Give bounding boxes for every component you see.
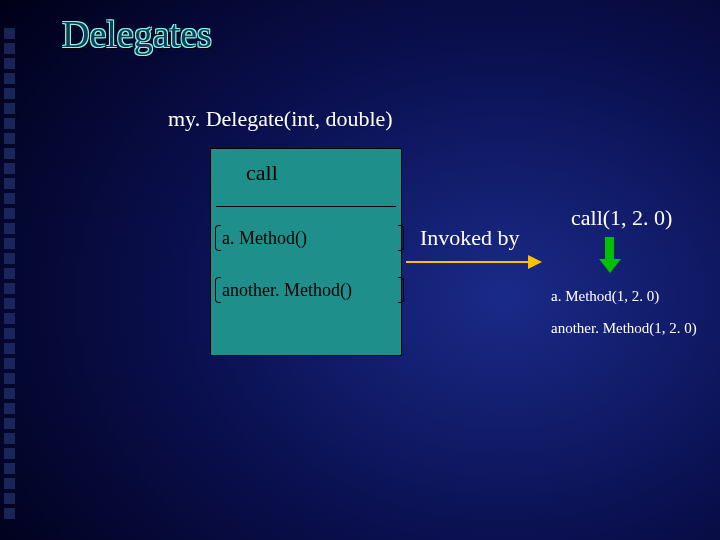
down-arrow-head-icon (599, 259, 621, 273)
box-divider (216, 206, 396, 207)
invoked-by-label: Invoked by (420, 225, 520, 251)
decorative-squares-strip (0, 0, 20, 540)
invocation-result-1: a. Method(1, 2. 0) (551, 288, 659, 305)
method-2-label: another. Method() (222, 280, 352, 301)
call-label: call (246, 160, 278, 186)
slide-title: Delegates (62, 12, 212, 56)
down-arrow-stem (605, 237, 614, 261)
invocation-arrow-line (406, 261, 530, 263)
method-1-brace-left (215, 225, 221, 251)
method-2-brace-left (215, 277, 221, 303)
invocation-result-2: another. Method(1, 2. 0) (551, 320, 697, 337)
method-1-label: a. Method() (222, 228, 307, 249)
call-invocation-label: call(1, 2. 0) (571, 205, 672, 231)
invocation-arrow-head-icon (528, 255, 542, 269)
method-2-brace-right (398, 277, 404, 303)
delegate-signature-label: my. Delegate(int, double) (168, 106, 393, 132)
delegate-object-box (210, 148, 402, 356)
method-1-brace-right (398, 225, 404, 251)
